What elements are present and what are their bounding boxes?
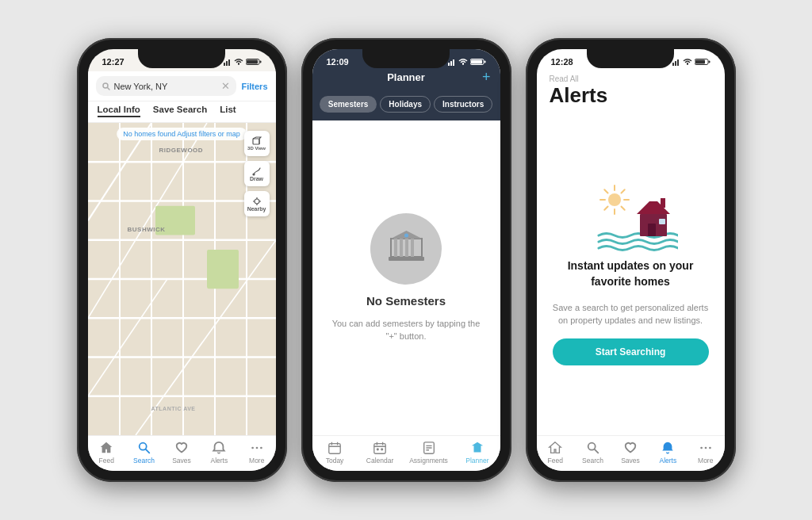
signal-icon bbox=[224, 58, 232, 66]
search-pill[interactable]: New York, NY ✕ bbox=[96, 76, 237, 96]
nav-alerts[interactable]: Alerts bbox=[203, 441, 235, 465]
tab-instructors[interactable]: Instructors bbox=[434, 96, 492, 113]
svg-line-23 bbox=[88, 279, 167, 396]
more-icon bbox=[250, 441, 264, 455]
svg-point-35 bbox=[251, 447, 254, 449]
phone-2: 12:09 Planner + Semesters Holidays Instr… bbox=[301, 38, 511, 482]
nav-calendar-label: Calendar bbox=[366, 457, 394, 465]
notch-2 bbox=[362, 49, 450, 68]
start-searching-button[interactable]: Start Searching bbox=[553, 338, 709, 365]
phone3-screen: 12:28 Read All Alerts bbox=[537, 49, 725, 471]
home-icon-3 bbox=[548, 441, 562, 455]
svg-rect-0 bbox=[224, 63, 225, 66]
svg-rect-46 bbox=[394, 239, 397, 257]
status-icons-1 bbox=[224, 58, 262, 66]
nav-assignments[interactable]: Assignments bbox=[409, 441, 448, 465]
assignments-icon bbox=[422, 441, 436, 455]
svg-point-27 bbox=[253, 174, 255, 175]
svg-line-75 bbox=[622, 190, 625, 193]
nav-search-3[interactable]: Search bbox=[577, 441, 609, 465]
nav-tabs-row: Local Info Save Search List bbox=[88, 101, 276, 123]
svg-point-59 bbox=[377, 449, 379, 450]
no-homes-banner: No homes found Adjust filters or map bbox=[117, 128, 247, 140]
draw-label: Draw bbox=[250, 176, 263, 182]
svg-rect-69 bbox=[695, 60, 705, 64]
phone-3: 12:28 Read All Alerts bbox=[526, 38, 736, 482]
nav-search-label-3: Search bbox=[582, 457, 603, 465]
3d-view-button[interactable]: 3D View bbox=[244, 131, 270, 156]
today-icon bbox=[327, 441, 342, 455]
svg-rect-65 bbox=[672, 63, 674, 66]
nearby-button[interactable]: Nearby bbox=[244, 191, 270, 216]
nav-today[interactable]: Today bbox=[319, 441, 350, 465]
alerts-content: Instant updates on your favorite homes S… bbox=[537, 114, 725, 435]
planner-nav-icon bbox=[470, 441, 485, 455]
map-label-atlantic: Atlantic Ave bbox=[151, 406, 196, 411]
read-all-label[interactable]: Read All bbox=[550, 75, 712, 83]
nav-planner[interactable]: Planner bbox=[462, 441, 493, 465]
adjust-filters-link[interactable]: Adjust filters or map bbox=[177, 130, 240, 138]
draw-icon bbox=[252, 166, 262, 176]
tab-semesters[interactable]: Semesters bbox=[320, 96, 377, 113]
svg-rect-47 bbox=[400, 239, 403, 257]
planner-empty-sub: You can add semesters by tapping the "+"… bbox=[328, 317, 485, 343]
tab-save-search[interactable]: Save Search bbox=[153, 105, 207, 117]
tab-local-info[interactable]: Local Info bbox=[98, 105, 140, 117]
alerts-header: Read All Alerts bbox=[537, 71, 725, 114]
phone1-screen: 12:27 New York, NY ✕ Filters Local Info bbox=[88, 49, 276, 471]
svg-rect-40 bbox=[453, 59, 454, 66]
planner-title: Planner bbox=[387, 71, 425, 83]
nav-more[interactable]: More bbox=[241, 441, 273, 465]
svg-rect-49 bbox=[411, 239, 414, 257]
wifi-icon bbox=[234, 58, 243, 66]
nav-saves[interactable]: Saves bbox=[166, 441, 197, 465]
heart-icon bbox=[174, 441, 189, 455]
svg-rect-2 bbox=[228, 59, 230, 66]
nav-alerts-3[interactable]: Alerts bbox=[652, 441, 684, 465]
nav-saves-label: Saves bbox=[172, 457, 191, 465]
alerts-illustration bbox=[591, 184, 670, 247]
more-icon-3 bbox=[699, 441, 713, 455]
svg-rect-83 bbox=[659, 219, 665, 224]
svg-rect-70 bbox=[708, 61, 710, 63]
svg-rect-39 bbox=[450, 61, 452, 66]
nav-feed-3[interactable]: Feed bbox=[539, 441, 571, 465]
nav-feed[interactable]: Feed bbox=[90, 441, 122, 465]
svg-point-71 bbox=[608, 193, 621, 206]
tab-list[interactable]: List bbox=[220, 105, 236, 117]
nav-search-label: Search bbox=[133, 457, 155, 465]
svg-line-77 bbox=[622, 207, 625, 210]
planner-content: No Semesters You can add semesters by ta… bbox=[312, 120, 500, 435]
search-text: New York, NY bbox=[114, 82, 218, 91]
nav-more-3[interactable]: More bbox=[690, 441, 722, 465]
draw-button[interactable]: Draw bbox=[244, 161, 270, 186]
svg-line-76 bbox=[604, 190, 607, 193]
alerts-title: Alerts bbox=[550, 83, 712, 108]
signal-icon-3 bbox=[672, 58, 680, 66]
nav-today-label: Today bbox=[326, 457, 344, 465]
nav-saves-3[interactable]: Saves bbox=[615, 441, 646, 465]
battery-icon-3 bbox=[695, 58, 710, 66]
bottom-nav-1: Feed Search Saves Alerts More bbox=[88, 435, 276, 471]
nav-search[interactable]: Search bbox=[128, 441, 160, 465]
planner-plus-button[interactable]: + bbox=[482, 69, 491, 86]
svg-rect-42 bbox=[471, 60, 482, 64]
signal-icon-2 bbox=[448, 58, 456, 66]
search-clear-icon[interactable]: ✕ bbox=[221, 80, 230, 92]
svg-rect-38 bbox=[448, 63, 450, 66]
bell-icon-3 bbox=[661, 441, 675, 455]
tab-holidays[interactable]: Holidays bbox=[380, 96, 431, 113]
bottom-nav-2: Today Calendar Assignments Planner bbox=[312, 435, 500, 471]
phone-1: 12:27 New York, NY ✕ Filters Local Info bbox=[77, 38, 287, 482]
battery-icon-2 bbox=[470, 58, 486, 66]
nav-more-label: More bbox=[249, 457, 264, 465]
planner-empty-title: No Semesters bbox=[366, 294, 446, 308]
bell-icon bbox=[212, 441, 226, 455]
nav-calendar[interactable]: Calendar bbox=[364, 441, 396, 465]
map-area[interactable]: Ridgewood BUSHWICK Atlantic Ave No homes… bbox=[88, 123, 276, 435]
wifi-icon-3 bbox=[683, 58, 692, 66]
svg-line-34 bbox=[145, 449, 149, 453]
search-icon-3 bbox=[586, 441, 600, 455]
search-pill-icon bbox=[102, 82, 110, 90]
filters-button[interactable]: Filters bbox=[241, 82, 267, 91]
